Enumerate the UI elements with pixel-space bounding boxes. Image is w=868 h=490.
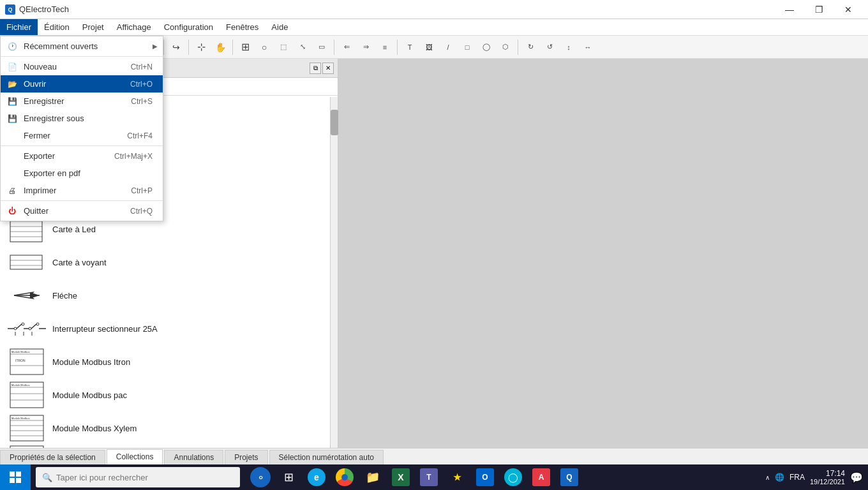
menu-item-quitter[interactable]: ⏻ Quitter Ctrl+Q — [1, 202, 163, 219]
menu-label: Récemment ouverts — [24, 41, 98, 51]
menu-label: Ouvrir — [24, 79, 46, 89]
shortcut: Ctrl+Maj+X — [114, 152, 153, 161]
menu-label: Enregistrer sous — [24, 114, 84, 123]
menu-item-recents[interactable]: 🕐 Récemment ouverts — [1, 38, 163, 55]
enregistrer-sous-icon: 💾 — [7, 114, 17, 124]
menu-label: Nouveau — [24, 62, 57, 71]
menu-item-enregistrer-sous[interactable]: 💾 Enregistrer sous — [1, 110, 163, 127]
imprimer-icon: 🖨 — [7, 186, 17, 196]
menu-item-enregistrer[interactable]: 💾 Enregistrer Ctrl+S — [1, 93, 163, 110]
menu-label: Exporter — [24, 151, 55, 161]
fichier-dropdown: 🕐 Récemment ouverts 📄 Nouveau Ctrl+N 📂 O… — [0, 36, 163, 221]
separator — [1, 145, 163, 146]
shortcut: Ctrl+N — [131, 63, 153, 71]
menu-item-fermer[interactable]: Fermer Ctrl+F4 — [1, 127, 163, 144]
menu-label: Fermer — [24, 131, 50, 140]
menu-label: Exporter en pdf — [24, 168, 80, 178]
quitter-icon: ⏻ — [7, 206, 17, 216]
shortcut: Ctrl+P — [131, 186, 153, 195]
menu-label: Quitter — [24, 206, 49, 216]
menu-item-imprimer[interactable]: 🖨 Imprimer Ctrl+P — [1, 182, 163, 199]
shortcut: Ctrl+F4 — [127, 131, 153, 140]
separator — [1, 56, 163, 57]
enregistrer-icon: 💾 — [7, 96, 17, 107]
shortcut: Ctrl+O — [130, 80, 153, 89]
nouveau-icon: 📄 — [7, 62, 17, 72]
menu-item-nouveau[interactable]: 📄 Nouveau Ctrl+N — [1, 58, 163, 75]
menu-item-exporter[interactable]: Exporter Ctrl+Maj+X — [1, 147, 163, 165]
exporter-pdf-icon — [7, 168, 17, 179]
menu-item-ouvrir[interactable]: 📂 Ouvrir Ctrl+O — [1, 75, 163, 93]
shortcut: Ctrl+S — [131, 97, 153, 106]
menu-overlay[interactable]: 🕐 Récemment ouverts 📄 Nouveau Ctrl+N 📂 O… — [0, 0, 868, 490]
recents-icon: 🕐 — [7, 41, 17, 52]
exporter-icon — [7, 151, 17, 161]
menu-item-exporter-pdf[interactable]: Exporter en pdf — [1, 165, 163, 182]
fermer-icon — [7, 131, 17, 141]
menu-label: Imprimer — [24, 186, 56, 195]
separator — [1, 200, 163, 201]
menu-label: Enregistrer — [24, 96, 64, 106]
ouvrir-icon: 📂 — [7, 79, 17, 89]
shortcut: Ctrl+Q — [130, 207, 153, 216]
